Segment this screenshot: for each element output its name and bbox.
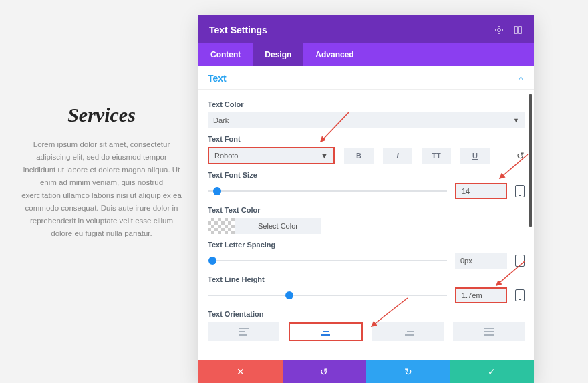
modal-title: Text Settings	[209, 25, 267, 35]
font-size-slider[interactable]	[208, 185, 447, 197]
underline-button[interactable]: U	[460, 148, 490, 164]
responsive-icon[interactable]	[515, 185, 525, 197]
caret-down-icon: ▼	[321, 152, 328, 160]
font-family-value: Roboto	[214, 152, 238, 160]
modal-action-bar: ✕ ↺ ↻ ✓	[198, 360, 534, 383]
undo-button[interactable]: ↺	[283, 360, 367, 383]
responsive-icon[interactable]	[515, 289, 525, 301]
tab-content[interactable]: Content	[198, 43, 253, 66]
redo-button[interactable]: ↻	[366, 360, 450, 383]
color-swatch[interactable]	[208, 218, 235, 234]
text-color-select[interactable]: Dark ▼	[208, 112, 525, 128]
line-height-slider[interactable]	[208, 289, 447, 301]
align-right-button[interactable]	[372, 322, 444, 341]
tab-design[interactable]: Design	[253, 43, 303, 66]
label-orientation: Text Orientation	[208, 310, 525, 318]
section-header-text[interactable]: Text ㅿ	[198, 66, 534, 90]
snap-icon[interactable]	[512, 25, 523, 35]
svg-rect-1	[514, 27, 517, 33]
caret-down-icon: ▼	[513, 117, 519, 124]
expand-icon[interactable]	[494, 25, 504, 35]
label-text-font: Text Font	[208, 135, 525, 143]
section-title: Text	[208, 73, 227, 84]
line-height-input[interactable]: 1.7em	[455, 287, 507, 303]
italic-button[interactable]: I	[383, 148, 412, 164]
align-center-button[interactable]	[289, 322, 363, 341]
align-left-button[interactable]	[208, 322, 279, 341]
label-text-color: Text Color	[208, 100, 525, 108]
label-text-text-color: Text Text Color	[208, 206, 525, 214]
bold-button[interactable]: B	[344, 148, 374, 164]
text-color-value: Dark	[213, 116, 229, 124]
font-size-input[interactable]: 14	[455, 183, 507, 199]
select-color-button[interactable]: Select Color	[235, 218, 321, 234]
cancel-button[interactable]: ✕	[198, 360, 283, 383]
modal-tabs: Content Design Advanced	[198, 43, 534, 66]
svg-point-0	[498, 29, 500, 31]
label-letter-spacing: Text Letter Spacing	[208, 241, 525, 249]
preview-body: Lorem ipsum dolor sit amet, consectetur …	[21, 138, 182, 240]
label-line-height: Text Line Height	[208, 275, 525, 283]
reset-icon[interactable]: ↺	[517, 150, 525, 161]
label-font-size: Text Font Size	[208, 171, 525, 179]
scrollbar[interactable]	[529, 94, 532, 227]
modal-header: Text Settings	[198, 15, 534, 43]
responsive-icon[interactable]	[515, 255, 525, 267]
preview-heading: Services	[21, 104, 182, 126]
panel-body: Text Color Dark ▼ Text Font Roboto ▼ B I…	[198, 90, 534, 360]
uppercase-button[interactable]: TT	[422, 148, 451, 164]
page-preview: Services Lorem ipsum dolor sit amet, con…	[21, 104, 182, 240]
letter-spacing-input[interactable]: 0px	[455, 253, 507, 269]
chevron-up-icon: ㅿ	[517, 74, 525, 84]
text-settings-modal: Text Settings Content Design Advanced Te…	[198, 15, 534, 383]
tab-advanced[interactable]: Advanced	[303, 43, 365, 66]
letter-spacing-slider[interactable]	[208, 255, 447, 267]
save-button[interactable]: ✓	[450, 360, 535, 383]
align-justify-button[interactable]	[453, 322, 525, 341]
svg-rect-2	[519, 27, 521, 33]
font-family-select[interactable]: Roboto ▼	[208, 147, 335, 164]
